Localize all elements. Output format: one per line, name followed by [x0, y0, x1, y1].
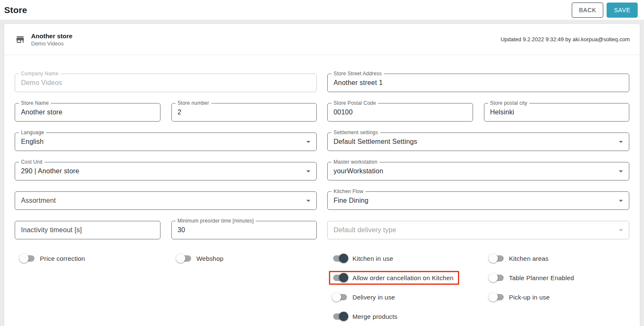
store-postal-code-label: Store Postal Code: [331, 100, 378, 106]
allow-order-cancellation-switch[interactable]: [333, 275, 347, 281]
chevron-down-icon: [619, 200, 623, 202]
chevron-down-icon: [306, 141, 310, 143]
kitchen-areas-label: Kitchen areas: [509, 255, 549, 262]
chevron-down-icon: [619, 141, 623, 143]
form-left-column: Company Name Store Name Store number Lan…: [15, 74, 317, 326]
merge-products-switch[interactable]: [333, 313, 347, 320]
chevron-down-icon: [619, 229, 623, 231]
price-correction-switch[interactable]: [21, 255, 34, 262]
master-workstation-select[interactable]: Master workstation yourWorkstation: [327, 162, 629, 180]
cost-unit-select[interactable]: Cost Unit 290 | Another store: [15, 162, 317, 180]
kitchen-flow-value: Fine Dining: [334, 197, 615, 204]
store-street-address-input[interactable]: [334, 79, 623, 87]
pickup-in-use-label: Pick-up in use: [509, 294, 550, 301]
company-name-input: [21, 79, 310, 87]
toggle-table-planner[interactable]: Table Planner Enabled: [484, 274, 574, 281]
store-postal-code-field[interactable]: Store Postal Code: [327, 103, 473, 122]
default-delivery-type-select: Default delivery type: [327, 221, 629, 239]
master-workstation-value: yourWorkstation: [334, 167, 615, 175]
store-number-input[interactable]: [178, 109, 311, 116]
inactivity-timeout-input[interactable]: [21, 226, 154, 234]
language-select[interactable]: Language English: [15, 133, 317, 151]
assortment-placeholder: Assortment: [21, 197, 303, 204]
kitchen-flow-label: Kitchen Flow: [331, 188, 365, 194]
last-updated-text: Updated 9.2.2022 9:32:49 by aki.korpua@s…: [501, 36, 630, 42]
master-workstation-label: Master workstation: [331, 159, 379, 165]
store-street-address-label: Store Street Address: [331, 71, 384, 77]
toggle-kitchen-in-use[interactable]: Kitchen in use: [327, 255, 393, 262]
store-postal-city-input[interactable]: [490, 109, 623, 116]
table-planner-label: Table Planner Enabled: [509, 274, 574, 281]
pickup-in-use-switch[interactable]: [490, 294, 504, 300]
inactivity-timeout-field[interactable]: [15, 221, 160, 239]
kitchen-areas-switch[interactable]: [490, 255, 504, 262]
header-company-name: Demo Videos: [31, 40, 72, 47]
kitchen-flow-select[interactable]: Kitchen Flow Fine Dining: [327, 191, 629, 210]
toggle-merge-products[interactable]: Merge products: [327, 313, 397, 320]
allow-order-cancellation-label: Allow order cancellation on Kitchen: [352, 274, 453, 281]
language-value: English: [21, 138, 303, 146]
cost-unit-label: Cost Unit: [19, 159, 45, 165]
min-preorder-time-input[interactable]: [178, 226, 311, 234]
default-delivery-type-placeholder: Default delivery type: [334, 226, 615, 234]
store-postal-city-field[interactable]: Store postal city: [484, 103, 630, 122]
min-preorder-time-label: Minimum preorder time [minutes]: [176, 218, 256, 224]
chevron-down-icon: [306, 170, 310, 172]
chevron-down-icon: [619, 170, 623, 172]
toggle-pickup-in-use[interactable]: Pick-up in use: [484, 294, 550, 301]
kitchen-in-use-switch[interactable]: [333, 255, 347, 262]
kitchen-in-use-label: Kitchen in use: [352, 255, 393, 262]
cost-unit-value: 290 | Another store: [21, 167, 303, 175]
header-store-name: Another store: [31, 32, 72, 40]
webshop-switch[interactable]: [177, 255, 191, 262]
company-name-field: Company Name: [15, 74, 317, 92]
store-postal-city-label: Store postal city: [488, 100, 530, 106]
price-correction-label: Price correction: [40, 255, 85, 262]
settlement-settings-label: Settlement settings: [331, 130, 380, 135]
assortment-select[interactable]: Assortment: [15, 191, 317, 210]
store-number-field[interactable]: Store number: [171, 103, 317, 122]
store-postal-code-input[interactable]: [334, 109, 467, 116]
storefront-icon: [15, 34, 25, 45]
page-title: Store: [4, 5, 27, 15]
store-name-label: Store Name: [19, 100, 51, 106]
back-button[interactable]: BACK: [572, 3, 603, 18]
topbar-actions: BACK SAVE: [572, 3, 638, 18]
chevron-down-icon: [306, 200, 310, 202]
toggle-delivery-in-use[interactable]: Delivery in use: [327, 294, 395, 301]
store-name-input[interactable]: [21, 109, 154, 116]
language-label: Language: [19, 130, 46, 135]
webshop-label: Webshop: [197, 255, 224, 262]
store-number-label: Store number: [176, 100, 211, 106]
delivery-in-use-switch[interactable]: [333, 294, 347, 300]
table-planner-switch[interactable]: [490, 275, 504, 281]
store-street-address-field[interactable]: Store Street Address: [327, 74, 629, 92]
settlement-settings-select[interactable]: Settlement settings Default Settlement S…: [327, 133, 629, 151]
store-name-field[interactable]: Store Name: [15, 103, 160, 122]
toggle-kitchen-areas[interactable]: Kitchen areas: [484, 255, 549, 262]
store-form: Company Name Store Name Store number Lan…: [4, 55, 640, 326]
toggle-price-correction[interactable]: Price correction: [15, 255, 85, 262]
top-app-bar: Store BACK SAVE: [0, 0, 644, 20]
settlement-settings-value: Default Settlement Settings: [334, 138, 615, 146]
save-button[interactable]: SAVE: [607, 3, 638, 18]
toggle-webshop[interactable]: Webshop: [171, 255, 224, 262]
store-card: Another store Demo Videos Updated 9.2.20…: [4, 24, 640, 326]
toggle-allow-order-cancellation[interactable]: Allow order cancellation on Kitchen: [329, 271, 459, 285]
min-preorder-time-field[interactable]: Minimum preorder time [minutes]: [171, 221, 317, 239]
store-card-header: Another store Demo Videos Updated 9.2.20…: [4, 24, 640, 55]
delivery-in-use-label: Delivery in use: [352, 294, 395, 301]
form-right-column: Store Street Address Store Postal Code S…: [327, 74, 629, 326]
merge-products-label: Merge products: [352, 313, 397, 320]
company-name-label: Company Name: [19, 71, 60, 77]
